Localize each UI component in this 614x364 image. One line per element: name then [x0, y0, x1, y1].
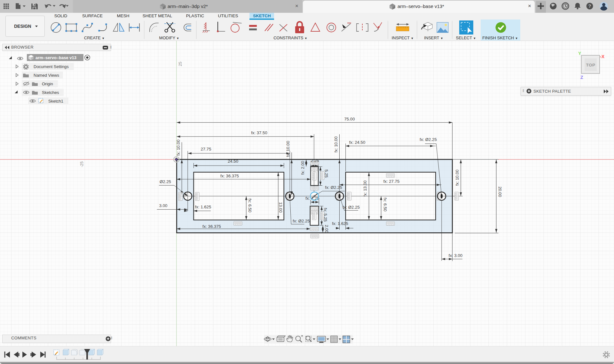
svg-text:fx: 36.375: fx: 36.375: [220, 174, 239, 178]
svg-text:fx: 3.00: fx: 3.00: [449, 253, 462, 258]
svg-text:27.75: 27.75: [201, 147, 211, 151]
svg-text:fx: 24.50: fx: 24.50: [349, 140, 366, 145]
svg-text:fx: 27.75: fx: 27.75: [383, 179, 400, 184]
svg-text:fx: 13.00: fx: 13.00: [363, 181, 367, 197]
svg-text:fx: 1.625: fx: 1.625: [195, 205, 211, 209]
svg-text:fx: Ø2.25: fx: Ø2.25: [420, 137, 437, 142]
svg-text:?: ?: [588, 3, 591, 9]
svg-text:20.00: 20.00: [498, 186, 502, 197]
svg-text:3.00: 3.00: [159, 203, 168, 208]
svg-text:fx: Ø2.25: fx: Ø2.25: [342, 205, 360, 210]
svg-text:2.00: 2.00: [324, 225, 329, 233]
svg-text:-25: -25: [80, 161, 84, 167]
svg-text:24.50: 24.50: [228, 159, 238, 164]
svg-text:fx: 10.00: fx: 10.00: [286, 141, 290, 157]
svg-text:13.00: 13.00: [278, 202, 283, 213]
svg-text:fx: 6.50: fx: 6.50: [248, 198, 252, 212]
svg-text:5.25: 5.25: [324, 169, 329, 178]
svg-text:2.25: 2.25: [311, 158, 319, 163]
svg-text:fx: 36.375: fx: 36.375: [202, 224, 221, 229]
svg-text:fx: 10.00: fx: 10.00: [455, 170, 460, 186]
svg-text:fx: Ø2.25: fx: Ø2.25: [325, 185, 342, 190]
svg-text:fx: 6.50: fx: 6.50: [383, 197, 388, 211]
svg-text:25: 25: [178, 62, 183, 66]
svg-text:fx: 37.50: fx: 37.50: [251, 130, 267, 135]
svg-text:fx: Ø2.25: fx: Ø2.25: [293, 219, 310, 223]
svg-text:fx: 2.00: fx: 2.00: [300, 161, 305, 174]
svg-text:Ø2.25: Ø2.25: [160, 179, 171, 184]
svg-text:fx: 10.00: fx: 10.00: [334, 136, 338, 153]
svg-text:fx: 1.625: fx: 1.625: [332, 221, 348, 226]
svg-text:fx: 5.25: fx: 5.25: [323, 208, 328, 221]
svg-text:fx: 10.00: fx: 10.00: [176, 140, 181, 156]
svg-text:75.00: 75.00: [344, 117, 355, 121]
